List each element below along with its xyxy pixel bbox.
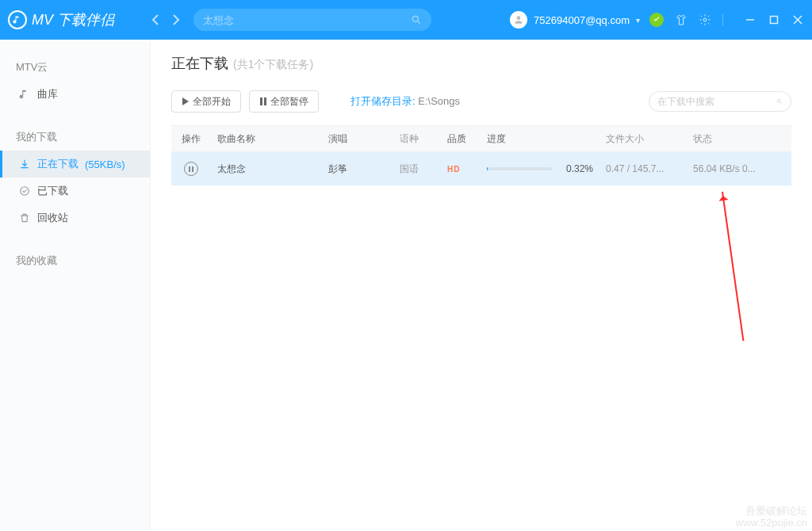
col-progress: 进度 (481, 132, 599, 146)
page-title-row: 正在下载 (共1个下载任务) (171, 54, 791, 73)
sidebar-item-label: 曲库 (37, 87, 58, 101)
row-op (171, 162, 211, 176)
col-name: 歌曲名称 (211, 132, 322, 146)
col-op: 操作 (171, 132, 211, 146)
app-logo: MV 下载伴侣 (8, 10, 114, 29)
start-all-button[interactable]: 全部开始 (171, 90, 241, 113)
nav-back-button[interactable] (146, 10, 165, 29)
toolbar: 全部开始 全部暂停 打开储存目录: E:\Songs (171, 90, 791, 113)
filter-search[interactable] (649, 91, 791, 112)
col-artist: 演唱 (322, 132, 393, 146)
search-icon (776, 97, 783, 106)
pause-all-button[interactable]: 全部暂停 (249, 90, 319, 113)
settings-icon[interactable] (699, 13, 711, 26)
col-size: 文件大小 (599, 132, 687, 146)
user-email: 752694007@qq.com (534, 14, 630, 26)
play-icon (182, 97, 190, 105)
downloads-table: 操作 歌曲名称 演唱 语种 品质 进度 文件大小 状态 太想念 彭筝 国语 HD (171, 125, 791, 185)
row-lang: 国语 (393, 162, 441, 176)
sidebar-speed: (55KB/s) (85, 159, 125, 170)
titlebar: MV 下载伴侣 752694007@qq.com ▾ (0, 0, 812, 40)
global-search-input[interactable] (203, 14, 411, 26)
skin-icon[interactable] (675, 13, 688, 26)
pause-icon (259, 97, 267, 105)
sidebar-section-downloads: 我的下载 (0, 124, 150, 151)
page-subtitle: (共1个下载任务) (233, 58, 313, 72)
row-artist: 彭筝 (322, 162, 393, 176)
chevron-down-icon: ▾ (636, 16, 640, 25)
music-icon (18, 88, 31, 101)
sidebar-item-label: 回收站 (37, 211, 68, 225)
app-title: MV 下载伴侣 (32, 10, 114, 29)
table-row[interactable]: 太想念 彭筝 国语 HD 0.32% 0.47 / 145.7... 56.04… (171, 152, 791, 185)
avatar-icon (510, 11, 527, 29)
search-icon (411, 14, 422, 25)
row-size: 0.47 / 145.7... (599, 163, 687, 174)
sidebar-item-downloading[interactable]: 正在下载 (55KB/s) (0, 151, 150, 178)
sidebar-section-favorites: 我的收藏 (0, 247, 150, 274)
close-button[interactable] (791, 13, 804, 26)
svg-point-2 (703, 18, 707, 21)
user-account[interactable]: 752694007@qq.com ▾ (510, 11, 640, 29)
open-folder-link[interactable]: 打开储存目录: E:\Songs (350, 94, 460, 109)
sidebar-section-mtv: MTV云 (0, 54, 150, 81)
trash-icon (18, 212, 31, 224)
filter-search-input[interactable] (657, 96, 776, 107)
col-lang: 语种 (393, 132, 441, 146)
nav-forward-button[interactable] (167, 10, 186, 29)
svg-point-7 (777, 99, 780, 102)
sidebar-item-label: 已下载 (37, 184, 68, 198)
watermark: 吾爱破解论坛 www.52pojie.cn (736, 505, 807, 529)
check-circle-icon (18, 185, 31, 197)
svg-point-4 (21, 187, 29, 196)
title-actions (649, 13, 804, 27)
notification-badge[interactable] (649, 13, 664, 27)
svg-rect-5 (260, 97, 262, 105)
table-header: 操作 歌曲名称 演唱 语种 品质 进度 文件大小 状态 (171, 125, 791, 152)
svg-rect-3 (771, 17, 778, 24)
col-quality: 品质 (441, 132, 481, 146)
progress-bar (487, 167, 552, 170)
maximize-button[interactable] (768, 13, 780, 26)
sidebar-item-downloaded[interactable]: 已下载 (0, 178, 150, 204)
global-search[interactable] (193, 9, 431, 31)
svg-point-1 (517, 16, 521, 20)
minimize-button[interactable] (744, 13, 756, 26)
sidebar-item-recycle[interactable]: 回收站 (0, 204, 150, 231)
row-status: 56.04 KB/s 0... (687, 163, 791, 174)
row-name: 太想念 (211, 162, 322, 176)
download-icon (18, 158, 31, 170)
main: 正在下载 (共1个下载任务) 全部开始 全部暂停 打开储存目录: E:\Song… (151, 40, 812, 531)
sidebar: MTV云 曲库 我的下载 正在下载 (55KB/s) 已下载 (0, 40, 151, 531)
nav-arrows (146, 10, 186, 29)
col-status: 状态 (687, 132, 791, 146)
page-title: 正在下载 (171, 54, 228, 73)
sidebar-item-label: 正在下载 (37, 157, 79, 171)
row-progress: 0.32% (481, 163, 599, 174)
pause-row-button[interactable] (184, 162, 198, 176)
svg-rect-6 (264, 97, 266, 105)
row-quality: HD (441, 163, 481, 174)
progress-pct: 0.32% (558, 163, 593, 174)
sidebar-item-library[interactable]: 曲库 (0, 81, 150, 108)
logo-icon (8, 10, 27, 29)
svg-point-0 (412, 16, 418, 21)
annotation-arrow (722, 192, 744, 341)
hd-badge: HD (447, 165, 460, 174)
